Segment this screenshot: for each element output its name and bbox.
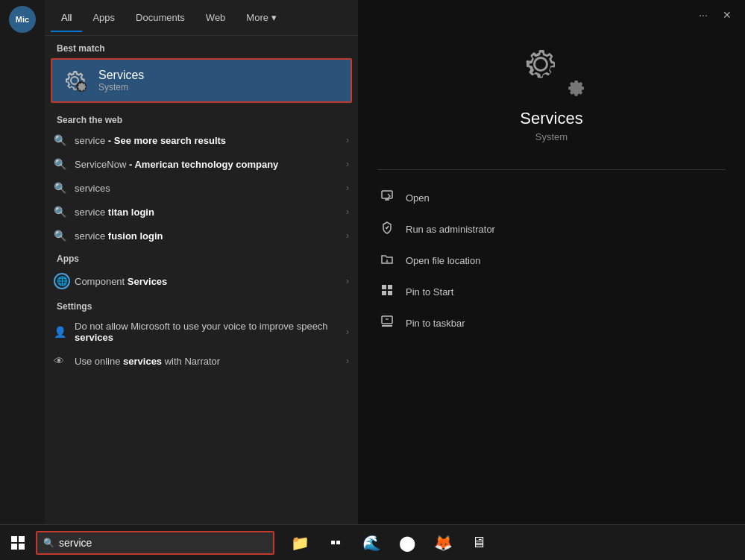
web-search-text-4: service titan login <box>75 207 346 218</box>
arrow-icon-4: › <box>346 207 349 217</box>
pin-to-start-action[interactable]: Pin to Start <box>373 276 730 307</box>
arrow-icon-5: › <box>346 230 349 241</box>
taskbar-edge[interactable]: 🌊 <box>355 526 388 559</box>
arrow-icon-2: › <box>346 159 349 169</box>
taskbar-search-box[interactable]: 🔍 service <box>36 531 274 555</box>
services-gear-icon <box>61 67 88 94</box>
tab-all[interactable]: All <box>51 3 82 32</box>
svg-rect-1 <box>382 191 392 198</box>
taskbar-search-icon: 🔍 <box>43 538 54 548</box>
taskbar-chrome[interactable]: ⬤ <box>391 526 424 559</box>
search-icon-1: 🔍 <box>54 134 75 146</box>
search-icon-4: 🔍 <box>54 206 75 218</box>
narrator-icon: 👁 <box>54 355 75 367</box>
apps-item-text-1: Component Services <box>75 276 346 287</box>
top-controls: ··· ✕ <box>358 0 745 30</box>
open-action[interactable]: Open <box>373 182 730 213</box>
right-panel: ··· ✕ Services System <box>358 0 745 524</box>
search-panel: All Apps Documents Web More ▾ Best match <box>45 0 358 524</box>
folder-icon <box>379 252 395 268</box>
run-admin-action[interactable]: Run as administrator <box>373 213 730 245</box>
svg-rect-5 <box>388 291 392 295</box>
taskbar-icons: 📁 ▪▪ 🌊 ⬤ 🦊 🖥 <box>283 526 495 559</box>
web-search-text-5: service fusion login <box>75 230 346 242</box>
apps-item-component-services[interactable]: 🌐 Component Services › <box>45 267 358 295</box>
taskbar-firefox[interactable]: 🦊 <box>427 526 459 559</box>
web-search-item-4[interactable]: 🔍 service titan login › <box>45 200 358 224</box>
run-admin-label: Run as administrator <box>406 224 495 235</box>
panel-divider <box>377 169 726 170</box>
svg-rect-7 <box>382 325 392 327</box>
svg-rect-2 <box>382 285 386 289</box>
web-search-text-1: service - See more search results <box>75 135 346 146</box>
open-file-location-label: Open file location <box>406 255 480 266</box>
settings-item-1[interactable]: 👤 Do not allow Microsoft to use your voi… <box>45 315 358 349</box>
web-search-text-2: ServiceNow - American technology company <box>75 159 346 170</box>
tab-web[interactable]: Web <box>195 3 236 32</box>
arrow-icon-7: › <box>346 327 349 337</box>
arrow-icon-6: › <box>346 276 349 286</box>
svg-rect-3 <box>388 285 392 289</box>
arrow-icon-3: › <box>346 183 349 193</box>
pin-to-taskbar-action[interactable]: Pin to taskbar <box>373 307 730 339</box>
mic-icon: 👤 <box>54 326 75 338</box>
taskbar-file-explorer[interactable]: 📁 <box>283 526 316 559</box>
run-admin-icon <box>379 221 395 237</box>
pin-start-icon <box>379 283 395 300</box>
taskbar-network[interactable]: 🖥 <box>462 526 495 559</box>
settings-item-text-2: Use online services with Narrator <box>75 356 346 367</box>
tab-apps[interactable]: Apps <box>82 3 125 32</box>
tab-more[interactable]: More ▾ <box>236 3 286 32</box>
open-file-location-action[interactable]: Open file location <box>373 245 730 276</box>
services-big-icon <box>521 45 581 97</box>
best-match-item-services[interactable]: Services System <box>51 58 352 103</box>
settings-section-header: Settings <box>45 295 358 315</box>
pin-to-taskbar-label: Pin to taskbar <box>406 318 465 329</box>
tab-documents[interactable]: Documents <box>125 3 195 32</box>
settings-item-2[interactable]: 👁 Use online services with Narrator › <box>45 349 358 373</box>
close-button[interactable]: ✕ <box>715 3 739 27</box>
web-search-text-3: services <box>75 183 346 194</box>
best-match-title: Services <box>98 69 144 82</box>
left-nav: Mic <box>0 0 45 524</box>
search-icon-5: 🔍 <box>54 230 75 242</box>
web-search-item-2[interactable]: 🔍 ServiceNow - American technology compa… <box>45 152 358 176</box>
settings-item-text-1: Do not allow Microsoft to use your voice… <box>75 321 346 343</box>
best-match-subtitle: System <box>98 82 144 92</box>
search-icon-3: 🔍 <box>54 182 75 194</box>
web-search-item-1[interactable]: 🔍 service - See more search results › <box>45 128 358 152</box>
pin-taskbar-icon <box>379 315 395 331</box>
right-panel-title: Services <box>520 109 582 128</box>
web-search-item-3[interactable]: 🔍 services › <box>45 176 358 200</box>
open-icon <box>379 189 395 206</box>
best-match-header: Best match <box>45 36 358 58</box>
context-menu: Open Run as administrator Open file loca… <box>358 182 745 339</box>
arrow-icon-8: › <box>346 356 349 366</box>
svg-rect-4 <box>382 291 386 295</box>
start-button[interactable] <box>0 525 36 561</box>
pin-to-start-label: Pin to Start <box>406 286 453 298</box>
svg-rect-6 <box>382 316 392 324</box>
open-label: Open <box>406 192 430 204</box>
user-avatar[interactable]: Mic <box>9 6 36 33</box>
arrow-icon-1: › <box>346 135 349 145</box>
more-options-button[interactable]: ··· <box>691 3 715 27</box>
right-panel-subtitle: System <box>535 131 568 142</box>
best-match-text: Services System <box>98 69 144 92</box>
taskbar-search-text: service <box>59 537 92 549</box>
globe-icon: 🌐 <box>54 273 75 289</box>
apps-section-header: Apps <box>45 248 358 267</box>
tab-bar: All Apps Documents Web More ▾ <box>45 0 358 36</box>
taskbar: 🔍 service 📁 ▪▪ 🌊 ⬤ 🦊 🖥 <box>0 524 745 560</box>
windows-logo-icon <box>11 536 25 550</box>
taskbar-terminal[interactable]: ▪▪ <box>319 526 352 559</box>
search-icon-2: 🔍 <box>54 158 75 170</box>
web-search-item-5[interactable]: 🔍 service fusion login › <box>45 224 358 248</box>
web-search-header: Search the web <box>45 109 358 128</box>
